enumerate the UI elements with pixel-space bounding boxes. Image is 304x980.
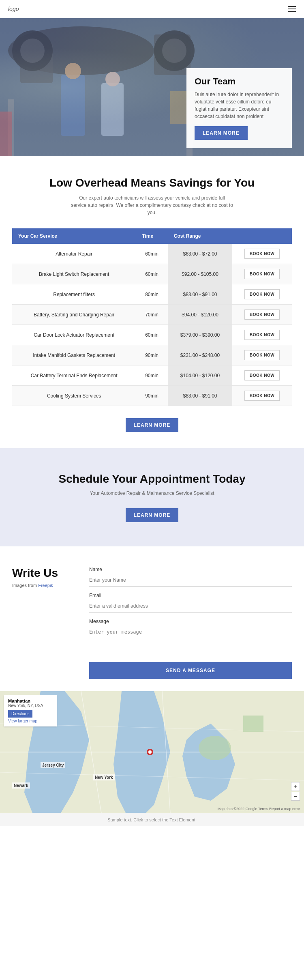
service-time: 70min — [136, 305, 167, 325]
service-name: Intake Manifold Gaskets Replacement — [12, 345, 136, 365]
freepik-link[interactable]: Freepik — [38, 583, 53, 588]
savings-title: Low Overhead Means Savings for You — [12, 176, 292, 189]
svg-point-9 — [65, 63, 81, 79]
appointment-title: Schedule Your Appointment Today — [12, 473, 292, 486]
svg-rect-10 — [101, 83, 124, 136]
col-cost: Cost Range — [168, 228, 233, 244]
name-label: Name — [89, 567, 292, 572]
col-service: Your Car Service — [12, 228, 136, 244]
hero-description: Duis aute irure dolor in reprehenderit i… — [195, 91, 284, 120]
savings-learn-more-button[interactable]: LEARN MORE — [126, 418, 179, 432]
map-city: Manhattan — [8, 698, 53, 703]
table-row: Car Door Lock Actuator Replacement 60min… — [12, 325, 292, 345]
table-header-row: Your Car Service Time Cost Range — [12, 228, 292, 244]
service-cost: $104.00 - $120.00 — [168, 365, 233, 386]
map-zoom-in-button[interactable]: + — [291, 782, 300, 791]
service-time: 90min — [136, 365, 167, 386]
svg-point-7 — [162, 39, 186, 63]
svg-rect-26 — [243, 716, 263, 732]
book-now-button[interactable]: BOOK NOW — [244, 309, 280, 320]
svg-point-28 — [148, 750, 152, 754]
service-cost: $94.00 - $120.00 — [168, 305, 233, 325]
service-cost: $379.00 - $390.00 — [168, 325, 233, 345]
freepik-credit: Images from Freepik — [12, 583, 73, 588]
write-us-title: Write Us — [12, 567, 73, 580]
service-name: Brake Light Switch Replacement — [12, 264, 136, 284]
write-us-left: Write Us Images from Freepik — [12, 567, 73, 679]
service-cost: $83.00 - $91.00 — [168, 284, 233, 305]
book-now-button[interactable]: BOOK NOW — [244, 370, 280, 380]
map-info-box: Manhattan New York, NY, USA Directions V… — [4, 695, 57, 726]
send-message-button[interactable]: SEND A MESSAGE — [89, 662, 292, 679]
message-textarea[interactable] — [89, 626, 292, 650]
map-address: New York, NY, USA — [8, 703, 53, 708]
table-row: Alternator Repair 60min $63.00 - $72.00 … — [12, 244, 292, 264]
email-field-group: Email — [89, 593, 292, 612]
service-time: 60min — [136, 264, 167, 284]
map-attribution: Map data ©2022 Google Terms Report a map… — [217, 807, 300, 811]
header: logo — [0, 0, 304, 18]
table-row: Battery, Starting and Charging Repair 70… — [12, 305, 292, 325]
map-view-larger-link[interactable]: View larger map — [8, 719, 53, 723]
book-now-button[interactable]: BOOK NOW — [244, 330, 280, 340]
table-row: Replacement filters 80min $83.00 - $91.0… — [12, 284, 292, 305]
col-time: Time — [136, 228, 167, 244]
table-row: Brake Light Switch Replacement 60min $92… — [12, 264, 292, 284]
col-action — [232, 228, 292, 244]
hamburger-menu[interactable] — [288, 6, 296, 12]
footer: Sample text. Click to select the Text El… — [0, 813, 304, 826]
book-now-cell: BOOK NOW — [232, 386, 292, 406]
new-york-label: New York — [93, 774, 115, 780]
service-name: Cooling System Services — [12, 386, 136, 406]
email-label: Email — [89, 593, 292, 598]
book-now-button[interactable]: BOOK NOW — [244, 350, 280, 360]
map-section: New York Jersey City Newark Manhattan Ne… — [0, 691, 304, 813]
service-cost: $83.00 - $91.00 — [168, 386, 233, 406]
jersey-city-label: Jersey City — [41, 762, 65, 768]
book-now-button[interactable]: BOOK NOW — [244, 289, 280, 299]
svg-point-11 — [105, 72, 120, 86]
book-now-button[interactable]: BOOK NOW — [244, 391, 280, 401]
book-now-cell: BOOK NOW — [232, 284, 292, 305]
logo: logo — [8, 6, 19, 12]
message-label: Message — [89, 619, 292, 624]
svg-point-25 — [199, 736, 231, 760]
hero-learn-more-button[interactable]: LEARN MORE — [195, 126, 248, 140]
book-now-cell: BOOK NOW — [232, 244, 292, 264]
service-cost: $92.00 - $105.00 — [168, 264, 233, 284]
appointment-learn-more-button[interactable]: LEARN MORE — [126, 508, 179, 522]
table-row: Intake Manifold Gaskets Replacement 90mi… — [12, 345, 292, 365]
book-now-button[interactable]: BOOK NOW — [244, 269, 280, 279]
newark-label: Newark — [12, 782, 30, 789]
name-input[interactable] — [89, 574, 292, 587]
name-field-group: Name — [89, 567, 292, 587]
appointment-subtitle: Your Automotive Repair & Maintenance Ser… — [12, 490, 292, 496]
svg-point-5 — [20, 39, 45, 63]
book-now-button[interactable]: BOOK NOW — [244, 249, 280, 259]
map-directions-button[interactable]: Directions — [8, 710, 32, 718]
book-now-cell: BOOK NOW — [232, 365, 292, 386]
service-cost: $63.00 - $72.00 — [168, 244, 233, 264]
book-now-cell: BOOK NOW — [232, 305, 292, 325]
savings-subtitle: Our expert auto technicians will assess … — [71, 194, 233, 216]
table-row: Cooling System Services 90min $83.00 - $… — [12, 386, 292, 406]
book-now-cell: BOOK NOW — [232, 345, 292, 365]
table-row: Car Battery Terminal Ends Replacement 90… — [12, 365, 292, 386]
service-name: Car Battery Terminal Ends Replacement — [12, 365, 136, 386]
appointment-section: Schedule Your Appointment Today Your Aut… — [0, 448, 304, 546]
service-time: 60min — [136, 325, 167, 345]
savings-section: Low Overhead Means Savings for You Our e… — [0, 156, 304, 448]
message-field-group: Message — [89, 619, 292, 652]
hero-section: Our Team Duis aute irure dolor in repreh… — [0, 18, 304, 156]
service-time: 60min — [136, 244, 167, 264]
service-name: Replacement filters — [12, 284, 136, 305]
hero-card: Our Team Duis aute irure dolor in repreh… — [186, 68, 292, 148]
service-name: Car Door Lock Actuator Replacement — [12, 325, 136, 345]
email-input[interactable] — [89, 600, 292, 612]
services-table: Your Car Service Time Cost Range Alterna… — [12, 228, 292, 406]
map-controls: + − — [291, 782, 300, 801]
svg-rect-14 — [0, 112, 12, 156]
map-zoom-out-button[interactable]: − — [291, 792, 300, 801]
service-name: Battery, Starting and Charging Repair — [12, 305, 136, 325]
svg-rect-8 — [61, 75, 85, 136]
